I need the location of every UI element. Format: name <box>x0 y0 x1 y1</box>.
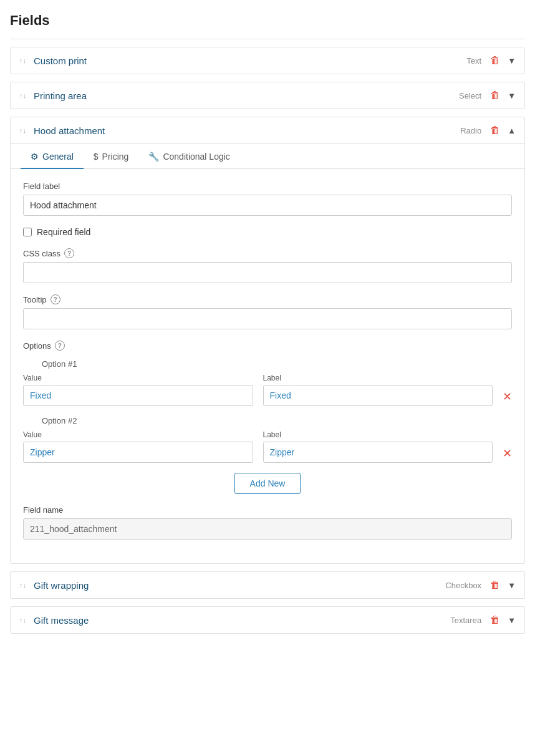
option-group-2: Option #2 Value Label ✕ <box>23 416 512 463</box>
field-expanded-hood-attachment: ⚙ General $ Pricing 🔧 Conditional Logic … <box>11 144 524 563</box>
option-value-field-2: Value <box>23 430 253 463</box>
tab-conditional-logic-label: Conditional Logic <box>163 152 229 162</box>
tooltip-help-icon[interactable]: ? <box>51 294 60 304</box>
field-header-gift-wrapping[interactable]: ↑↓ Gift wrapping Checkbox 🗑 ▼ <box>11 572 524 598</box>
add-new-button[interactable]: Add New <box>234 473 301 494</box>
delete-icon-hood-attachment[interactable]: 🗑 <box>490 125 500 136</box>
options-section: Options ? Option #1 Value Label <box>23 341 512 494</box>
option-fields-2: Value Label ✕ <box>23 430 512 463</box>
tab-general[interactable]: ⚙ General <box>21 144 84 169</box>
option-group-1: Option #1 Value Label ✕ <box>23 359 512 406</box>
tooltip-label-row: Tooltip ? <box>23 294 512 304</box>
tabs-bar: ⚙ General $ Pricing 🔧 Conditional Logic <box>11 144 524 169</box>
css-class-label-row: CSS class ? <box>23 248 512 258</box>
chevron-down-icon-gift-message[interactable]: ▼ <box>508 616 516 625</box>
css-class-group: CSS class ? <box>23 248 512 283</box>
tab-conditional-logic[interactable]: 🔧 Conditional Logic <box>138 144 239 169</box>
option-value-field-1: Value <box>23 374 253 406</box>
chevron-down-icon-printing-area[interactable]: ▼ <box>508 91 516 100</box>
wrench-icon: 🔧 <box>148 152 159 162</box>
tooltip-label: Tooltip <box>23 295 47 304</box>
option-label-field-1: Label <box>263 374 493 406</box>
css-class-input[interactable] <box>23 262 512 283</box>
field-name-input <box>23 518 512 540</box>
tab-content-general: Field label Required field CSS class ? <box>11 169 524 563</box>
field-header-custom-print[interactable]: ↑↓ Custom print Text 🗑 ▼ <box>11 47 524 74</box>
tab-general-label: General <box>42 152 74 162</box>
gear-icon: ⚙ <box>31 152 39 162</box>
field-label-label: Field label <box>23 182 512 191</box>
field-type-custom-print: Text <box>466 56 481 65</box>
option-number-2: Option #2 <box>23 416 512 425</box>
option-label-field-2: Label <box>263 430 493 463</box>
field-header-gift-message[interactable]: ↑↓ Gift message Textarea 🗑 ▼ <box>11 607 524 633</box>
delete-icon-gift-message[interactable]: 🗑 <box>490 614 500 626</box>
field-type-gift-message: Textarea <box>450 616 481 625</box>
option-label-label-1: Label <box>263 374 493 382</box>
option-number-1: Option #1 <box>23 359 512 369</box>
dollar-icon: $ <box>94 152 99 162</box>
option-value-label-1: Value <box>23 374 253 382</box>
required-field-checkbox[interactable] <box>23 228 32 236</box>
tooltip-input[interactable] <box>23 308 512 329</box>
sort-icon-gift-wrapping: ↑↓ <box>19 582 26 589</box>
css-class-label: CSS class <box>23 249 60 258</box>
field-name-label: Field name <box>23 505 512 515</box>
field-name-gift-wrapping: Gift wrapping <box>34 580 445 591</box>
field-name-gift-message: Gift message <box>34 615 450 626</box>
tab-pricing[interactable]: $ Pricing <box>84 144 139 169</box>
chevron-down-icon-gift-wrapping[interactable]: ▼ <box>508 581 516 590</box>
option-label-input-2[interactable] <box>263 442 493 463</box>
chevron-down-icon-custom-print[interactable]: ▼ <box>508 56 516 65</box>
option-value-label-2: Value <box>23 430 253 439</box>
option-value-input-1[interactable] <box>23 385 253 406</box>
option-label-input-1[interactable] <box>263 385 493 406</box>
option-delete-icon-1[interactable]: ✕ <box>503 390 512 406</box>
tooltip-group: Tooltip ? <box>23 294 512 329</box>
sort-icon-hood-attachment: ↑↓ <box>19 127 26 134</box>
field-header-printing-area[interactable]: ↑↓ Printing area Select 🗑 ▼ <box>11 82 524 109</box>
field-label-input[interactable] <box>23 195 512 216</box>
options-label: Options <box>23 341 51 351</box>
delete-icon-printing-area[interactable]: 🗑 <box>490 90 500 101</box>
required-field-label: Required field <box>37 227 90 237</box>
page-title: Fields <box>10 12 525 39</box>
field-type-printing-area: Select <box>459 91 481 100</box>
field-label-group: Field label <box>23 182 512 216</box>
option-delete-icon-2[interactable]: ✕ <box>503 447 512 463</box>
options-label-row: Options ? <box>23 341 512 351</box>
field-type-hood-attachment: Radio <box>460 126 481 135</box>
field-name-hood-attachment: Hood attachment <box>34 125 460 136</box>
delete-icon-custom-print[interactable]: 🗑 <box>490 55 500 66</box>
options-help-icon[interactable]: ? <box>55 341 65 351</box>
field-row-printing-area: ↑↓ Printing area Select 🗑 ▼ <box>10 82 525 109</box>
field-row-hood-attachment: ↑↓ Hood attachment Radio 🗑 ▲ ⚙ General $… <box>10 117 525 564</box>
field-name-group: Field name <box>23 505 512 540</box>
required-field-row: Required field <box>23 227 512 237</box>
sort-icon-printing-area: ↑↓ <box>19 92 26 99</box>
tab-pricing-label: Pricing <box>102 152 129 162</box>
delete-icon-gift-wrapping[interactable]: 🗑 <box>490 579 500 591</box>
sort-icon-gift-message: ↑↓ <box>19 617 26 624</box>
field-name-custom-print: Custom print <box>34 56 466 66</box>
css-class-help-icon[interactable]: ? <box>64 248 74 258</box>
option-value-input-2[interactable] <box>23 442 253 463</box>
field-row-custom-print: ↑↓ Custom print Text 🗑 ▼ <box>10 47 525 74</box>
field-row-gift-message: ↑↓ Gift message Textarea 🗑 ▼ <box>10 606 525 634</box>
page-container: Fields ↑↓ Custom print Text 🗑 ▼ ↑↓ Print… <box>0 0 535 646</box>
field-header-hood-attachment[interactable]: ↑↓ Hood attachment Radio 🗑 ▲ <box>11 117 524 144</box>
sort-icon-custom-print: ↑↓ <box>19 57 26 64</box>
field-row-gift-wrapping: ↑↓ Gift wrapping Checkbox 🗑 ▼ <box>10 571 525 599</box>
field-name-printing-area: Printing area <box>34 90 459 101</box>
field-type-gift-wrapping: Checkbox <box>445 581 481 590</box>
chevron-up-icon-hood-attachment[interactable]: ▲ <box>508 126 516 135</box>
option-label-label-2: Label <box>263 430 493 439</box>
option-fields-1: Value Label ✕ <box>23 374 512 406</box>
